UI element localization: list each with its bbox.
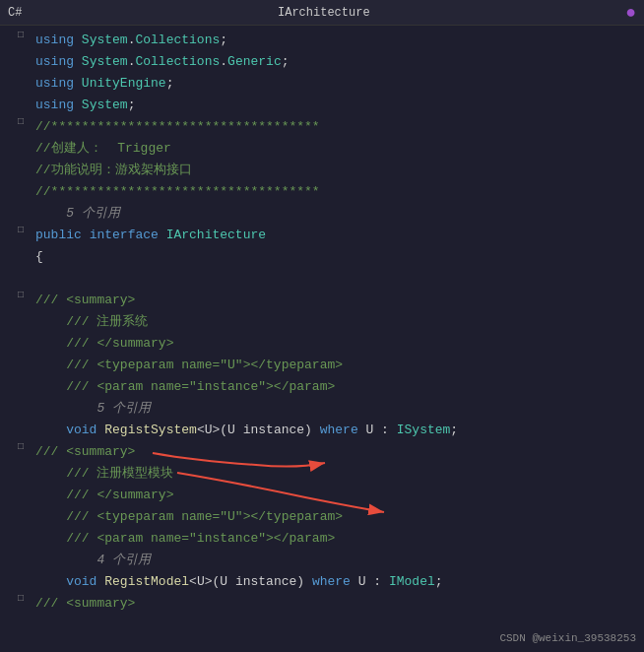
fold-button[interactable]: □: [18, 30, 24, 40]
token-plain: {: [35, 249, 43, 264]
token-comment: /// <summary>: [35, 596, 135, 611]
token-comment: //***********************************: [35, 184, 320, 199]
table-row: □//***********************************: [0, 116, 644, 138]
token-kw: where: [320, 423, 358, 437]
token-plain: ;: [166, 76, 174, 91]
line-content: void RegistSystem<U>(U instance) where U…: [32, 420, 644, 441]
line-gutter: □: [0, 441, 32, 452]
token-kw: interface: [90, 228, 159, 242]
table-row: /// <typeparam name="U"></typeparam>: [0, 355, 644, 376]
table-row: void RegistModel<U>(U instance) where U …: [0, 571, 644, 593]
token-kw: void: [66, 574, 97, 589]
token-plain: ;: [220, 33, 227, 47]
table-row: 5 个引用: [0, 398, 644, 420]
token-comment: //创建人： Trigger: [35, 141, 171, 156]
token-plain: [159, 228, 166, 242]
watermark: CSDN @weixin_39538253: [499, 632, 636, 644]
line-content: /// <summary>: [32, 441, 644, 463]
token-kw: using: [35, 33, 74, 47]
line-content: using System.Collections.Generic;: [32, 51, 644, 73]
fold-button[interactable]: □: [18, 290, 24, 300]
token-plain: U :: [358, 423, 397, 437]
token-type: IArchitecture: [166, 228, 266, 242]
token-plain: [74, 33, 82, 47]
line-content: //创建人： Trigger: [32, 138, 644, 160]
table-row: //***********************************: [0, 181, 644, 203]
fold-button[interactable]: □: [18, 441, 24, 452]
token-comment: /// <summary>: [35, 444, 135, 459]
line-content: using UnityEngine;: [32, 73, 644, 95]
token-method: RegistSystem: [104, 423, 197, 437]
token-ref-count: 5 个引用: [66, 401, 151, 416]
fold-button[interactable]: □: [18, 116, 24, 127]
token-comment: /// <param name="instance"></param>: [66, 379, 335, 394]
token-plain: <U>(U instance): [197, 423, 320, 437]
token-plain: ;: [450, 423, 458, 437]
table-row: void RegistSystem<U>(U instance) where U…: [0, 420, 644, 441]
table-row: □/// <summary>: [0, 441, 644, 463]
token-type: ISystem: [397, 423, 451, 437]
token-plain: ;: [435, 574, 443, 589]
table-row: /// </summary>: [0, 485, 644, 506]
top-bar-right: ●: [625, 3, 636, 23]
line-content: /// <typeparam name="U"></typeparam>: [32, 355, 644, 376]
table-row: //创建人： Trigger: [0, 138, 644, 160]
line-content: using System;: [32, 95, 644, 116]
line-content: //***********************************: [32, 181, 644, 203]
token-kw: using: [35, 54, 74, 69]
top-bar-center: IArchitecture: [22, 6, 625, 20]
token-type: System: [82, 33, 128, 47]
token-plain: ;: [282, 54, 290, 69]
table-row: using System.Collections.Generic;: [0, 51, 644, 73]
token-comment: //功能说明：游戏架构接口: [35, 163, 192, 177]
fold-button[interactable]: □: [18, 593, 24, 604]
line-content: using System.Collections;: [32, 30, 644, 51]
line-content: /// </summary>: [32, 485, 644, 506]
table-row: 5 个引用: [0, 203, 644, 225]
token-comment: /// 注册模型模块: [66, 466, 173, 481]
table-row: /// </summary>: [0, 333, 644, 355]
token-plain: [74, 76, 82, 91]
table-row: /// <typeparam name="U"></typeparam>: [0, 506, 644, 528]
line-content: /// <typeparam name="U"></typeparam>: [32, 506, 644, 528]
token-kw: void: [66, 423, 97, 437]
top-bar: C# IArchitecture ●: [0, 0, 644, 26]
token-comment: //***********************************: [35, 119, 320, 134]
token-kw: public: [35, 228, 82, 242]
line-content: void RegistModel<U>(U instance) where U …: [32, 571, 644, 593]
line-content: //功能说明：游戏架构接口: [32, 160, 644, 181]
token-kw: using: [35, 76, 74, 91]
fold-button[interactable]: □: [18, 225, 24, 235]
line-content: 5 个引用: [32, 203, 644, 225]
token-plain: ;: [128, 98, 136, 112]
table-row: using System;: [0, 95, 644, 116]
token-comment: /// <summary>: [35, 293, 135, 307]
token-comment: /// <typeparam name="U"></typeparam>: [66, 509, 343, 524]
token-method: RegistModel: [104, 574, 189, 589]
top-bar-left: C#: [8, 6, 22, 20]
table-row: □using System.Collections;: [0, 30, 644, 51]
token-comment: /// </summary>: [66, 336, 173, 351]
line-content: 5 个引用: [32, 398, 644, 420]
token-plain: U :: [351, 574, 389, 589]
line-content: /// </summary>: [32, 333, 644, 355]
table-row: □public interface IArchitecture: [0, 225, 644, 246]
table-row: /// <param name="instance"></param>: [0, 528, 644, 550]
token-ref-count: 5 个引用: [35, 206, 120, 221]
token-type: System: [82, 54, 128, 69]
line-gutter: □: [0, 290, 32, 300]
token-type: Collections: [135, 33, 220, 47]
line-content: /// <summary>: [32, 593, 644, 615]
token-type: UnityEngine: [82, 76, 166, 91]
token-plain: [82, 228, 90, 242]
token-type: System: [82, 98, 128, 112]
line-gutter: □: [0, 225, 32, 235]
code-area: □using System.Collections;using System.C…: [0, 26, 644, 619]
token-plain: [74, 54, 82, 69]
line-content: {: [32, 246, 644, 268]
line-content: /// <param name="instance"></param>: [32, 528, 644, 550]
token-type: Generic: [227, 54, 282, 69]
line-gutter: □: [0, 30, 32, 40]
token-kw: using: [35, 98, 74, 112]
token-comment: /// <param name="instance"></param>: [66, 531, 335, 546]
